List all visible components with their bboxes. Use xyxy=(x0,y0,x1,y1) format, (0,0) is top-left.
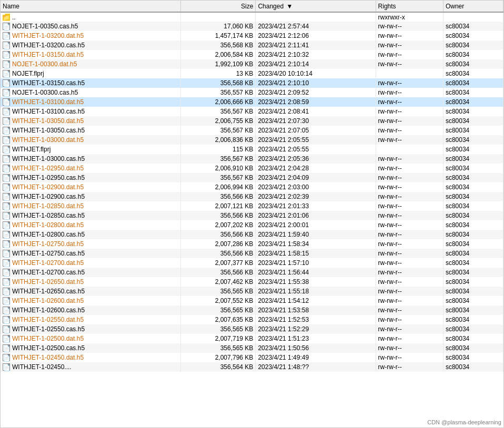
file-size-cell: 2,007,635 KB xyxy=(180,315,256,324)
file-size-cell: 356,567 KB xyxy=(180,154,256,164)
file-size-cell: 2,006,994 KB xyxy=(180,182,256,192)
col-header-owner[interactable]: Owner xyxy=(443,1,503,12)
table-row[interactable]: 📄WITHJET-1-02550.cas.h5356,565 KB2023/4/… xyxy=(1,324,503,334)
table-row[interactable]: 📄WITHJET-1-02900.cas.h5356,566 KB2023/4/… xyxy=(1,192,503,201)
file-name-text: WITHJET-1-02850.cas.h5 xyxy=(12,212,85,219)
file-icon: 📄 xyxy=(3,288,10,295)
col-header-size[interactable]: Size xyxy=(180,1,256,12)
file-icon: 📄 xyxy=(3,108,10,115)
file-name-text: WITHJET-1-02650.dat.h5 xyxy=(12,278,84,286)
table-row[interactable]: 📄WITHJET-1-03150.cas.h5356,568 KB2023/4/… xyxy=(1,78,503,88)
file-name-text: WITHJET-1-02650.cas.h5 xyxy=(12,288,85,295)
file-name-text: WITHJET-1-03200.dat.h5 xyxy=(12,32,84,39)
col-header-changed[interactable]: Changed ▼ xyxy=(256,1,376,12)
col-header-rights[interactable]: Rights xyxy=(376,1,443,12)
table-row[interactable]: 📄NOJET-1-00350.cas.h517,060 KB2023/4/21 … xyxy=(1,22,503,31)
file-name-cell: 📄WITHJET-1-02500.cas.h5 xyxy=(1,343,180,353)
file-rights-cell: rw-rw-r-- xyxy=(376,324,443,334)
file-changed-cell: 2023/4/21 2:05:36 xyxy=(256,154,376,164)
table-row[interactable]: 📄WITHJET-1-03200.dat.h51,457,174 KB2023/… xyxy=(1,31,503,40)
file-name-text: WITHJET-1-03200.cas.h5 xyxy=(12,42,85,49)
file-owner-cell: sc80034 xyxy=(443,50,503,59)
file-list-container[interactable]: Name Size Changed ▼ Rights Owner xyxy=(1,1,503,427)
file-name-cell: 📄NOJET-1-00300.cas.h5 xyxy=(1,88,180,97)
table-row[interactable]: 📄WITHJET-1-02450.dat.h52,007,796 KB2023/… xyxy=(1,353,503,362)
file-size-cell: 356,567 KB xyxy=(180,126,256,135)
file-changed-cell: 2023/4/21 2:10:10 xyxy=(256,78,376,88)
table-row[interactable]: 📄WITHJET.flprj115 KB2023/4/21 2:05:55sc8… xyxy=(1,145,503,154)
file-name-cell: 📄WITHJET-1-02800.cas.h5 xyxy=(1,230,180,239)
file-name-cell: 📄WITHJET-1-03100.cas.h5 xyxy=(1,107,180,116)
table-row[interactable]: 📄WITHJET-1-02500.cas.h5356,565 KB2023/4/… xyxy=(1,343,503,353)
table-row[interactable]: 📄WITHJET-1-03100.dat.h52,006,666 KB2023/… xyxy=(1,97,503,107)
file-size-cell: 356,564 KB xyxy=(180,362,256,372)
table-row[interactable]: 📄WITHJET-1-02700.cas.h5356,566 KB2023/4/… xyxy=(1,268,503,277)
file-size-cell: 2,006,836 KB xyxy=(180,135,256,145)
file-icon: 📄 xyxy=(3,117,10,125)
table-row[interactable]: 📄WITHJET-1-02900.dat.h52,006,994 KB2023/… xyxy=(1,182,503,192)
table-row[interactable]: 📄WITHJET-1-02800.cas.h5356,566 KB2023/4/… xyxy=(1,230,503,239)
file-changed-cell: 2023/4/21 2:12:06 xyxy=(256,31,376,40)
file-icon: 📄 xyxy=(3,250,10,257)
file-name-text: NOJET-1-00350.cas.h5 xyxy=(12,23,78,30)
table-row[interactable]: 📄WITHJET-1-02950.cas.h5356,567 KB2023/4/… xyxy=(1,173,503,182)
file-owner-cell: sc80034 xyxy=(443,258,503,268)
file-changed-cell: 2023/4/21 2:03:00 xyxy=(256,182,376,192)
table-row[interactable]: 📄WITHJET-1-02850.cas.h5356,566 KB2023/4/… xyxy=(1,211,503,220)
table-row[interactable]: 📄WITHJET-1-02600.dat.h52,007,552 KB2023/… xyxy=(1,296,503,305)
file-name-text: WITHJET-1-02700.dat.h5 xyxy=(12,259,84,267)
col-header-name[interactable]: Name xyxy=(1,1,180,12)
file-rights-cell: rw-rw-r-- xyxy=(376,107,443,116)
file-name-cell: 📄NOJET-1-00350.cas.h5 xyxy=(1,22,180,31)
table-row[interactable]: 📄WITHJET-1-02850.dat.h52,007,121 KB2023/… xyxy=(1,201,503,211)
file-changed-cell: 2023/4/21 2:11:41 xyxy=(256,40,376,50)
file-name-text: WITHJET-1-02600.cas.h5 xyxy=(12,307,85,314)
file-changed-cell: 2023/4/21 1:54:12 xyxy=(256,296,376,305)
file-changed-cell: 2023/4/21 2:01:06 xyxy=(256,211,376,220)
file-name-cell: 📄WITHJET-1-02500.dat.h5 xyxy=(1,334,180,343)
table-row[interactable]: 📄WITHJET-1-03050.dat.h52,006,755 KB2023/… xyxy=(1,116,503,126)
file-changed-cell: 2023/4/21 1:51:23 xyxy=(256,334,376,343)
table-row[interactable]: 📄WITHJET-1-02650.cas.h5356,565 KB2023/4/… xyxy=(1,287,503,296)
file-rights-cell: rw-rw-r-- xyxy=(376,277,443,287)
file-owner-cell: sc80034 xyxy=(443,220,503,230)
table-row[interactable]: 📄WITHJET-1-02800.dat.h52,007,202 KB2023/… xyxy=(1,220,503,230)
table-row[interactable]: 📄WITHJET-1-02550.dat.h52,007,635 KB2023/… xyxy=(1,315,503,324)
file-size-cell: 2,006,910 KB xyxy=(180,164,256,173)
table-row[interactable]: 📄WITHJET-1-02700.dat.h52,007,377 KB2023/… xyxy=(1,258,503,268)
table-row[interactable]: 📄WITHJET-1-03000.dat.h52,006,836 KB2023/… xyxy=(1,135,503,145)
file-changed-cell: 2023/4/21 1:52:29 xyxy=(256,324,376,334)
table-row[interactable]: 📁..rwxrwxr-x xyxy=(1,12,503,22)
file-name-text: WITHJET-1-02500.cas.h5 xyxy=(12,344,85,352)
table-row[interactable]: 📄NOJET.flprj13 KB2023/4/20 10:10:14sc800… xyxy=(1,69,503,78)
file-size-cell: 356,568 KB xyxy=(180,78,256,88)
table-row[interactable]: 📄WITHJET-1-02450....356,564 KB2023/4/21 … xyxy=(1,362,503,372)
file-icon: 📄 xyxy=(3,335,10,342)
file-icon: 📄 xyxy=(3,23,10,30)
file-name-cell: 📄WITHJET-1-02750.cas.h5 xyxy=(1,249,180,258)
file-name-text: WITHJET-1-03150.cas.h5 xyxy=(12,79,85,87)
table-row[interactable]: 📄WITHJET-1-03050.cas.h5356,567 KB2023/4/… xyxy=(1,126,503,135)
file-name-cell: 📄WITHJET-1-02700.dat.h5 xyxy=(1,258,180,268)
file-rights-cell: rw-rw-r-- xyxy=(376,88,443,97)
table-row[interactable]: 📄WITHJET-1-03150.dat.h52,006,584 KB2023/… xyxy=(1,50,503,59)
file-name-cell: 📄WITHJET-1-02450.dat.h5 xyxy=(1,353,180,362)
table-row[interactable]: 📄WITHJET-1-02500.dat.h52,007,719 KB2023/… xyxy=(1,334,503,343)
table-row[interactable]: 📄NOJET-1-00300.dat.h51,992,109 KB2023/4/… xyxy=(1,59,503,69)
table-row[interactable]: 📄WITHJET-1-02600.cas.h5356,565 KB2023/4/… xyxy=(1,305,503,315)
table-row[interactable]: 📄WITHJET-1-02750.dat.h52,007,286 KB2023/… xyxy=(1,239,503,249)
file-name-cell: 📄WITHJET-1-03200.dat.h5 xyxy=(1,31,180,40)
file-icon: 📄 xyxy=(3,32,10,39)
table-row[interactable]: 📄WITHJET-1-03000.cas.h5356,567 KB2023/4/… xyxy=(1,154,503,164)
file-rights-cell: rw-rw-r-- xyxy=(376,40,443,50)
table-row[interactable]: 📄WITHJET-1-03100.cas.h5356,567 KB2023/4/… xyxy=(1,107,503,116)
file-changed-cell: 2023/4/21 1:56:44 xyxy=(256,268,376,277)
table-row[interactable]: 📄WITHJET-1-02650.dat.h52,007,462 KB2023/… xyxy=(1,277,503,287)
sort-indicator-changed: ▼ xyxy=(286,3,293,10)
table-row[interactable]: 📄WITHJET-1-03200.cas.h5356,568 KB2023/4/… xyxy=(1,40,503,50)
file-rights-cell: rw-rw-r-- xyxy=(376,296,443,305)
table-row[interactable]: 📄WITHJET-1-02950.dat.h52,006,910 KB2023/… xyxy=(1,164,503,173)
file-size-cell: 1,457,174 KB xyxy=(180,31,256,40)
table-row[interactable]: 📄NOJET-1-00300.cas.h5356,557 KB2023/4/21… xyxy=(1,88,503,97)
table-row[interactable]: 📄WITHJET-1-02750.cas.h5356,566 KB2023/4/… xyxy=(1,249,503,258)
